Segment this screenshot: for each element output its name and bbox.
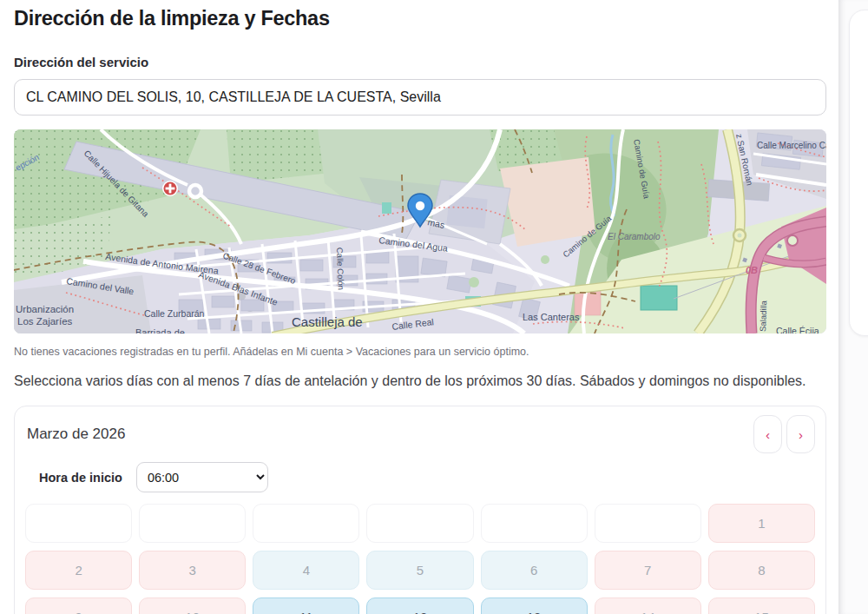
main-column: Dirección de la limpieza y Fechas Direcc… <box>14 0 826 614</box>
next-month-button[interactable]: › <box>786 415 815 453</box>
side-panel <box>838 0 868 614</box>
address-input[interactable] <box>14 79 826 116</box>
calendar-day-15: 15 <box>708 597 815 614</box>
start-time-label: Hora de inicio <box>39 471 122 485</box>
address-label: Dirección del servicio <box>14 55 826 70</box>
calendar-day-blank <box>366 504 473 543</box>
calendar-day-11[interactable]: 11 <box>253 597 359 614</box>
map-label-ref-0b: 0B <box>746 265 758 275</box>
calendar-grid: 123456789101112131415 <box>25 504 815 614</box>
calendar-day-blank <box>595 504 701 543</box>
map-label-colon: Calle Colón <box>335 248 346 290</box>
calendar-day-4[interactable]: 4 <box>253 551 359 590</box>
calendar-day-13[interactable]: 13 <box>481 597 588 614</box>
calendar-day-2: 2 <box>25 551 132 590</box>
calendar-day-5[interactable]: 5 <box>366 551 473 590</box>
calendar-day-blank <box>139 504 246 543</box>
chevron-right-icon: › <box>799 427 803 442</box>
map-label-barriada: Barriada de <box>135 327 185 333</box>
calendar-day-9: 9 <box>25 597 132 614</box>
calendar-day-blank <box>253 504 359 543</box>
map-canvas: Calle Hijuela de Gitana epción Camino de… <box>14 129 826 333</box>
start-time-row: Hora de inicio 06:00 <box>25 462 815 492</box>
map-label-las-canteras: Las Canteras <box>523 312 580 322</box>
calendar-day-7: 7 <box>595 551 701 590</box>
map-label-ecija: Calle Écija <box>776 326 819 333</box>
map[interactable]: Calle Hijuela de Gitana epción Camino de… <box>14 129 826 333</box>
calendar-day-blank <box>481 504 588 543</box>
side-panel-card <box>849 10 868 336</box>
page-title: Dirección de la limpieza y Fechas <box>14 7 826 30</box>
calendar-day-1: 1 <box>708 504 815 543</box>
calendar-month-label: Marzo de 2026 <box>27 426 125 443</box>
map-label-zurbaran: Calle Zurbarán <box>144 308 205 319</box>
calendar-nav: ‹ › <box>753 415 815 453</box>
map-label-castilleja: Castilleja de <box>292 314 363 329</box>
calendar-card: Marzo de 2026 ‹ › Hora de inicio 06:00 1… <box>14 406 826 614</box>
calendar-day-12[interactable]: 12 <box>366 597 473 614</box>
map-label-urbanizacion-2: Los Zajaríes <box>17 316 73 327</box>
map-label-saladilla: Saladilla <box>758 300 768 332</box>
calendar-day-3: 3 <box>139 551 246 590</box>
map-label-carambolo: El Carambolo <box>608 232 661 241</box>
start-time-select[interactable]: 06:00 <box>136 462 268 492</box>
chevron-left-icon: ‹ <box>766 427 770 442</box>
selection-instructions: Selecciona varios días con al menos 7 dí… <box>14 373 826 390</box>
calendar-day-6[interactable]: 6 <box>481 551 588 590</box>
calendar-day-10: 10 <box>139 597 246 614</box>
calendar-day-8: 8 <box>708 551 815 590</box>
calendar-day-blank <box>25 504 132 543</box>
calendar-header: Marzo de 2026 ‹ › <box>25 415 815 453</box>
prev-month-button[interactable]: ‹ <box>753 415 782 453</box>
pharmacy-icon <box>162 181 178 196</box>
calendar-day-14: 14 <box>595 597 701 614</box>
vacations-notice: No tienes vacaciones registradas en tu p… <box>14 346 826 358</box>
map-label-marcelino: Calle Marcelino Cama <box>757 141 826 150</box>
map-label-urbanizacion-1: Urbanización <box>16 304 74 314</box>
